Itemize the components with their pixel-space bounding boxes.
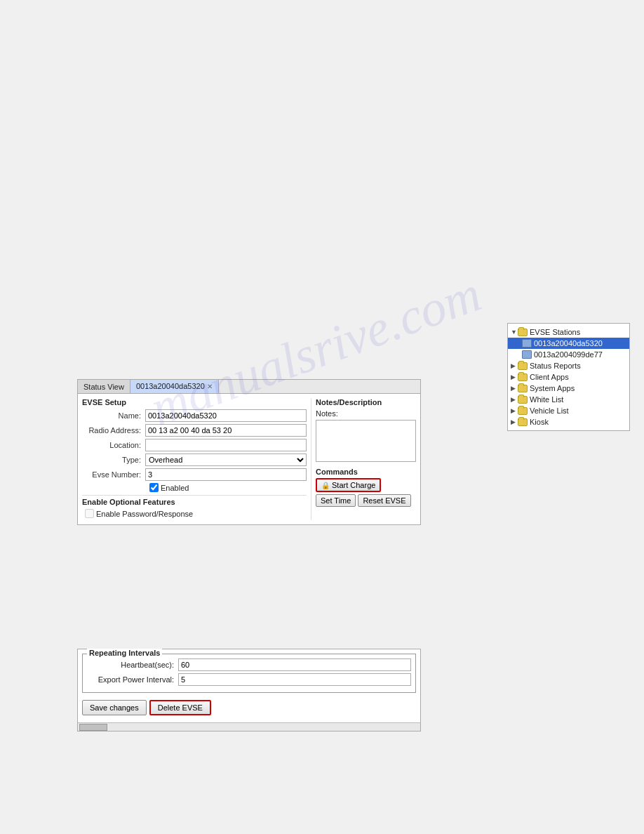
tree-item-status-reports[interactable]: ▶ Status Reports <box>508 360 629 371</box>
optional-features-header: Enable Optional Features <box>82 498 307 506</box>
export-power-label: Export Power Interval: <box>87 675 178 684</box>
lock-icon: 🔒 <box>321 482 330 489</box>
device-icon <box>522 350 532 359</box>
save-changes-button[interactable]: Save changes <box>82 700 147 715</box>
radio-address-row: Radio Address: <box>82 424 307 437</box>
tree-item-label: System Apps <box>530 384 575 392</box>
two-column-layout: EVSE Setup Name: Radio Address: Location… <box>82 398 416 520</box>
notes-header: Notes/Description <box>316 398 416 406</box>
name-input[interactable] <box>145 409 307 422</box>
expand-arrow-icon: ▶ <box>511 362 516 369</box>
location-row: Location: <box>82 439 307 451</box>
expand-arrow-icon: ▶ <box>511 396 516 403</box>
optional-feature-1-label: Enable Password/Response <box>96 510 193 518</box>
commands-label: Commands <box>316 468 416 476</box>
notes-label: Notes: <box>316 409 338 418</box>
tree-item-label: Client Apps <box>530 373 569 381</box>
name-row: Name: <box>82 409 307 422</box>
scroll-thumb[interactable] <box>79 724 107 731</box>
tree-item-label: 0013a2004099de77 <box>534 350 603 359</box>
tab-bar: Status View 0013a20040da5320 ✕ <box>78 380 420 394</box>
type-label: Type: <box>82 456 145 464</box>
folder-icon <box>518 407 528 415</box>
save-changes-label: Save changes <box>90 703 139 712</box>
export-power-row: Export Power Interval: <box>87 673 411 686</box>
enabled-label: Enabled <box>161 484 189 492</box>
radio-label: Radio Address: <box>82 426 145 435</box>
folder-icon <box>518 385 528 392</box>
folder-icon <box>518 373 528 381</box>
enabled-row: Enabled <box>149 483 307 492</box>
optional-features-section: Enable Optional Features Enable Password… <box>82 495 307 518</box>
device-icon <box>522 339 532 348</box>
tree-item-label: White List <box>530 395 563 404</box>
bottom-content: Repeating Intervals Heartbeat(sec): Expo… <box>78 649 420 722</box>
tab-status-view-label: Status View <box>83 383 124 391</box>
expand-arrow-icon: ▶ <box>511 385 516 392</box>
notes-textarea[interactable] <box>316 420 416 462</box>
heartbeat-input[interactable] <box>178 658 411 671</box>
set-time-label: Set Time <box>321 496 351 505</box>
optional-feature-1-checkbox[interactable] <box>85 509 94 518</box>
expand-arrow-icon: ▶ <box>511 418 516 425</box>
tree-item-label: EVSE Stations <box>530 328 580 336</box>
heartbeat-label: Heartbeat(sec): <box>87 661 178 669</box>
name-label: Name: <box>82 411 145 420</box>
tree-item-client-apps[interactable]: ▶ Client Apps <box>508 371 629 383</box>
tree-item-label: 0013a20040da5320 <box>534 339 603 348</box>
expand-arrow-icon: ▶ <box>511 373 516 380</box>
tab-device[interactable]: 0013a20040da5320 ✕ <box>130 380 219 393</box>
location-label: Location: <box>82 441 145 449</box>
type-select[interactable]: Overhead <box>145 454 307 466</box>
folder-icon <box>518 418 528 426</box>
start-charge-button[interactable]: 🔒 Start Charge <box>316 478 381 492</box>
horizontal-scrollbar[interactable] <box>78 722 420 731</box>
tree-item-device-2[interactable]: 0013a2004099de77 <box>508 349 629 360</box>
tree-item-label: Kiosk <box>530 418 549 426</box>
bottom-panel: Repeating Intervals Heartbeat(sec): Expo… <box>77 649 421 732</box>
tree-item-evse-stations[interactable]: ▼ EVSE Stations <box>508 326 629 338</box>
evse-number-label: Evse Number: <box>82 470 145 479</box>
start-charge-label: Start Charge <box>332 481 375 489</box>
commands-section: Commands 🔒 Start Charge Set Time Reset E… <box>316 468 416 507</box>
panel-content: EVSE Setup Name: Radio Address: Location… <box>78 394 420 524</box>
tab-close-icon[interactable]: ✕ <box>207 383 213 390</box>
tree-item-label: Vehicle List <box>530 406 569 415</box>
reset-evse-label: Reset EVSE <box>363 496 405 505</box>
folder-icon <box>518 329 528 336</box>
folder-icon <box>518 396 528 404</box>
tree-panel: ▼ EVSE Stations 0013a20040da5320 0013a20… <box>507 323 630 431</box>
evse-number-input[interactable] <box>145 468 307 481</box>
right-column: Notes/Description Notes: Commands 🔒 Star… <box>311 398 416 520</box>
enabled-checkbox[interactable] <box>149 483 159 492</box>
tree-item-vehicle-list[interactable]: ▶ Vehicle List <box>508 405 629 416</box>
radio-input[interactable] <box>145 424 307 437</box>
tree-item-white-list[interactable]: ▶ White List <box>508 394 629 405</box>
tree-item-label: Status Reports <box>530 362 581 370</box>
repeating-intervals-group: Repeating Intervals Heartbeat(sec): Expo… <box>82 654 416 693</box>
delete-evse-button[interactable]: Delete EVSE <box>149 700 211 715</box>
commands-buttons: 🔒 Start Charge Set Time Reset EVSE <box>316 478 416 507</box>
repeating-intervals-title: Repeating Intervals <box>87 649 162 657</box>
export-power-input[interactable] <box>178 673 411 686</box>
folder-icon <box>518 362 528 370</box>
main-panel: Status View 0013a20040da5320 ✕ EVSE Setu… <box>77 379 421 525</box>
tab-status-view[interactable]: Status View <box>78 380 130 393</box>
notes-row: Notes: <box>316 409 416 418</box>
tree-item-kiosk[interactable]: ▶ Kiosk <box>508 416 629 428</box>
expand-arrow-icon: ▼ <box>511 329 516 336</box>
set-time-button[interactable]: Set Time <box>316 494 356 507</box>
reset-evse-button[interactable]: Reset EVSE <box>358 494 410 507</box>
expand-arrow-icon: ▶ <box>511 407 516 414</box>
location-input[interactable] <box>145 439 307 451</box>
evse-setup-header: EVSE Setup <box>82 398 307 406</box>
evse-number-row: Evse Number: <box>82 468 307 481</box>
tree-item-device-1[interactable]: 0013a20040da5320 <box>508 338 629 349</box>
tab-device-label: 0013a20040da5320 <box>136 382 205 390</box>
action-buttons: Save changes Delete EVSE <box>82 697 416 718</box>
type-row: Type: Overhead <box>82 454 307 466</box>
left-column: EVSE Setup Name: Radio Address: Location… <box>82 398 307 520</box>
optional-feature-1-row: Enable Password/Response <box>85 509 307 518</box>
tree-item-system-apps[interactable]: ▶ System Apps <box>508 383 629 394</box>
delete-evse-label: Delete EVSE <box>158 703 203 712</box>
